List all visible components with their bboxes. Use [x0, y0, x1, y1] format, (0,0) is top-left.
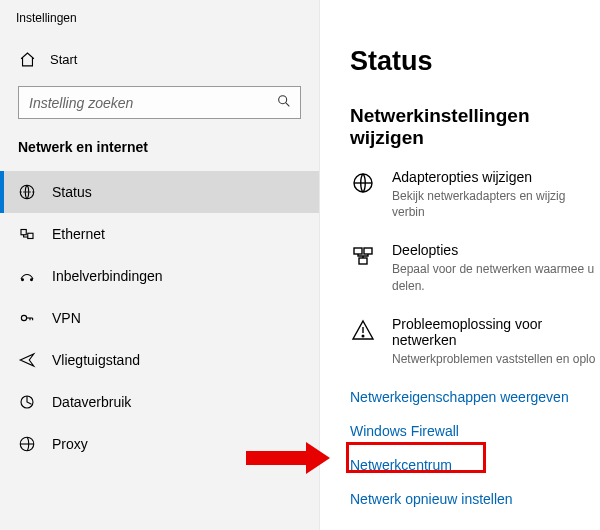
option-title: Probleemoplossing voor netwerken [392, 316, 600, 348]
option-title: Adapteropties wijzigen [392, 169, 600, 185]
nav-item-label: Proxy [52, 436, 88, 452]
svg-line-1 [286, 103, 290, 107]
page-title: Status [350, 46, 600, 77]
window-title: Instellingen [0, 10, 319, 43]
nav-item-label: VPN [52, 310, 81, 326]
nav-list: StatusEthernetInbelverbindingenVPNVliegt… [0, 171, 319, 465]
nav-item-label: Vliegtuigstand [52, 352, 140, 368]
nav-item-label: Ethernet [52, 226, 105, 242]
main-panel: Status Netwerkinstellingen wijzigen Adap… [320, 0, 600, 530]
status-icon [18, 183, 36, 201]
svg-rect-13 [359, 258, 367, 264]
search-input[interactable] [29, 95, 276, 111]
link-1[interactable]: Windows Firewall [350, 423, 600, 439]
nav-item-status[interactable]: Status [0, 171, 319, 213]
search-box[interactable] [18, 86, 301, 119]
option-adapter[interactable]: Adapteropties wijzigenBekijk netwerkadap… [350, 169, 600, 220]
option-trouble[interactable]: Probleemoplossing voor netwerkenNetwerkp… [350, 316, 600, 367]
nav-item-label: Inbelverbindingen [52, 268, 163, 284]
option-sharing[interactable]: DeeloptiesBepaal voor de netwerken waarm… [350, 242, 600, 293]
svg-rect-4 [28, 233, 33, 238]
home-button[interactable]: Start [0, 43, 319, 76]
svg-point-5 [22, 279, 24, 281]
home-icon [18, 51, 36, 68]
svg-point-6 [31, 279, 33, 281]
section-heading: Netwerkinstellingen wijzigen [350, 105, 600, 149]
svg-rect-3 [21, 230, 26, 235]
search-icon [276, 93, 292, 112]
sidebar: Instellingen Start Netwerk en internet S… [0, 0, 320, 530]
trouble-icon [350, 318, 376, 344]
options-list: Adapteropties wijzigenBekijk netwerkadap… [350, 169, 600, 367]
home-label: Start [50, 52, 77, 67]
option-desc: Bekijk netwerkadapters en wijzig verbin [392, 188, 600, 220]
link-0[interactable]: Netwerkeigenschappen weergeven [350, 389, 600, 405]
proxy-icon [18, 435, 36, 453]
svg-rect-11 [354, 248, 362, 254]
nav-item-datausage[interactable]: Dataverbruik [0, 381, 319, 423]
links-list: Netwerkeigenschappen weergevenWindows Fi… [350, 389, 600, 507]
link-3[interactable]: Netwerk opnieuw instellen [350, 491, 600, 507]
nav-item-dialup[interactable]: Inbelverbindingen [0, 255, 319, 297]
sharing-icon [350, 244, 376, 270]
vpn-icon [18, 309, 36, 327]
option-title: Deelopties [392, 242, 600, 258]
option-desc: Netwerkproblemen vaststellen en oplo [392, 351, 600, 367]
ethernet-icon [18, 225, 36, 243]
nav-item-ethernet[interactable]: Ethernet [0, 213, 319, 255]
svg-point-15 [362, 335, 364, 337]
option-desc: Bepaal voor de netwerken waarmee u delen… [392, 261, 600, 293]
svg-rect-12 [364, 248, 372, 254]
datausage-icon [18, 393, 36, 411]
adapter-icon [350, 171, 376, 197]
nav-item-label: Dataverbruik [52, 394, 131, 410]
nav-item-vpn[interactable]: VPN [0, 297, 319, 339]
section-title: Netwerk en internet [0, 135, 319, 171]
nav-item-label: Status [52, 184, 92, 200]
dialup-icon [18, 267, 36, 285]
svg-point-0 [279, 96, 287, 104]
nav-item-airplane[interactable]: Vliegtuigstand [0, 339, 319, 381]
link-2[interactable]: Netwerkcentrum [350, 457, 600, 473]
svg-point-7 [21, 315, 26, 320]
nav-item-proxy[interactable]: Proxy [0, 423, 319, 465]
airplane-icon [18, 351, 36, 369]
